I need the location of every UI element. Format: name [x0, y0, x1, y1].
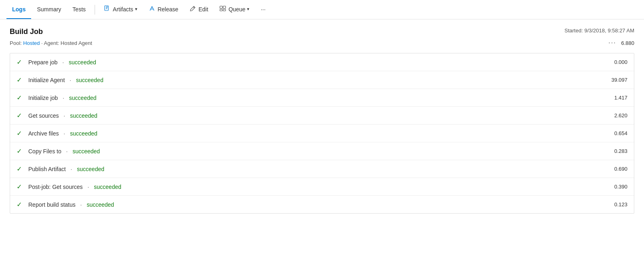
- artifacts-chevron-icon: ▾: [135, 6, 137, 12]
- job-duration: 0.000: [603, 59, 627, 65]
- separator: ·: [68, 77, 73, 83]
- svg-rect-3: [106, 8, 107, 9]
- table-row[interactable]: ✓ Archive files · succeeded 0.654: [10, 125, 634, 142]
- job-name: Prepare job · succeeded: [28, 59, 603, 66]
- job-status: succeeded: [70, 130, 97, 137]
- table-row[interactable]: ✓ Initialize Agent · succeeded 39.097: [10, 71, 634, 89]
- started-info: Started: 9/3/2018, 9:58:27 AM: [564, 28, 634, 34]
- queue-chevron-icon: ▾: [247, 6, 249, 12]
- table-row[interactable]: ✓ Publish Artifact · succeeded 0.690: [10, 160, 634, 178]
- separator: ·: [69, 166, 74, 172]
- table-row[interactable]: ✓ Prepare job · succeeded 0.000: [10, 53, 634, 71]
- total-time: 6.880: [621, 40, 634, 46]
- job-duration: 2.620: [603, 112, 627, 119]
- job-duration: 0.123: [603, 201, 627, 208]
- job-name: Post-job: Get sources · succeeded: [28, 184, 603, 190]
- tab-summary-label: Summary: [37, 6, 61, 13]
- job-status: succeeded: [69, 95, 97, 101]
- jobs-table: ✓ Prepare job · succeeded 0.000 ✓ Initia…: [10, 53, 634, 214]
- svg-rect-6: [220, 9, 222, 11]
- job-duration: 0.390: [603, 184, 627, 190]
- pool-info: Pool: Hosted · Agent: Hosted Agent: [10, 40, 92, 46]
- job-name: Report build status · succeeded: [28, 201, 603, 208]
- separator: ·: [61, 95, 66, 101]
- svg-rect-2: [106, 8, 108, 8]
- nav-edit[interactable]: Edit: [184, 0, 214, 19]
- separator: ·: [61, 59, 65, 66]
- nav-more[interactable]: ···: [255, 0, 271, 19]
- success-icon: ✓: [17, 129, 22, 137]
- header-row: Build Job Started: 9/3/2018, 9:58:27 AM: [10, 28, 634, 36]
- separator: ·: [62, 112, 67, 119]
- success-icon: ✓: [17, 201, 22, 208]
- job-name: Get sources · succeeded: [28, 112, 603, 119]
- build-job-title: Build Job: [10, 28, 43, 36]
- success-icon: ✓: [17, 165, 22, 173]
- job-status: succeeded: [72, 148, 100, 155]
- edit-label: Edit: [198, 6, 208, 13]
- pool-row: Pool: Hosted · Agent: Hosted Agent ··· 6…: [10, 39, 634, 47]
- job-name: Initialize Agent · succeeded: [28, 77, 603, 83]
- artifacts-icon: [104, 5, 110, 13]
- job-name: Initialize job · succeeded: [28, 95, 603, 101]
- svg-rect-5: [223, 6, 226, 8]
- job-status: succeeded: [94, 184, 121, 190]
- tab-summary[interactable]: Summary: [31, 0, 67, 19]
- pool-more-menu[interactable]: ···: [608, 39, 616, 47]
- job-duration: 0.283: [603, 148, 627, 154]
- tab-logs-label: Logs: [12, 6, 25, 13]
- tab-tests[interactable]: Tests: [67, 0, 91, 19]
- job-status: succeeded: [77, 166, 104, 172]
- success-icon: ✓: [17, 147, 22, 155]
- success-icon: ✓: [17, 112, 22, 119]
- top-nav: Logs Summary Tests Artifacts ▾ Release: [0, 0, 644, 19]
- table-row[interactable]: ✓ Copy Files to · succeeded 0.283: [10, 142, 634, 160]
- separator: ·: [65, 148, 70, 155]
- job-status: succeeded: [87, 201, 114, 208]
- queue-icon: [220, 5, 226, 13]
- table-row[interactable]: ✓ Initialize job · succeeded 1.417: [10, 89, 634, 107]
- nav-artifacts[interactable]: Artifacts ▾: [98, 0, 143, 19]
- svg-rect-0: [105, 6, 108, 11]
- job-status: succeeded: [69, 59, 96, 66]
- svg-rect-7: [223, 9, 226, 11]
- artifacts-label: Artifacts: [113, 6, 133, 13]
- queue-label: Queue: [228, 6, 245, 13]
- success-icon: ✓: [17, 58, 22, 66]
- separator: ·: [62, 130, 67, 137]
- job-status: succeeded: [76, 77, 103, 83]
- more-icon: ···: [261, 6, 266, 13]
- table-row[interactable]: ✓ Post-job: Get sources · succeeded 0.39…: [10, 178, 634, 196]
- pool-link[interactable]: Hosted: [23, 40, 40, 46]
- separator: ·: [86, 184, 91, 190]
- release-icon: [149, 5, 155, 13]
- tab-logs[interactable]: Logs: [6, 0, 31, 19]
- separator: ·: [79, 201, 84, 208]
- tab-tests-label: Tests: [72, 6, 86, 13]
- job-name: Archive files · succeeded: [28, 130, 603, 137]
- main-content: Build Job Started: 9/3/2018, 9:58:27 AM …: [0, 19, 644, 222]
- table-row[interactable]: ✓ Report build status · succeeded 0.123: [10, 196, 634, 213]
- svg-rect-1: [106, 6, 108, 7]
- nav-queue[interactable]: Queue ▾: [214, 0, 255, 19]
- success-icon: ✓: [17, 76, 22, 84]
- job-duration: 39.097: [603, 77, 627, 83]
- success-icon: ✓: [17, 183, 22, 191]
- table-row[interactable]: ✓ Get sources · succeeded 2.620: [10, 107, 634, 125]
- job-name: Copy Files to · succeeded: [28, 148, 603, 155]
- nav-divider: [95, 5, 95, 15]
- job-name: Publish Artifact · succeeded: [28, 166, 603, 172]
- pool-label: Pool:: [10, 40, 22, 46]
- job-status: succeeded: [70, 112, 97, 119]
- job-duration: 0.690: [603, 166, 627, 172]
- job-duration: 1.417: [603, 95, 627, 101]
- nav-release[interactable]: Release: [143, 0, 184, 19]
- release-label: Release: [158, 6, 178, 13]
- job-duration: 0.654: [603, 130, 627, 136]
- success-icon: ✓: [17, 94, 22, 102]
- agent-label: · Agent: Hosted Agent: [41, 40, 92, 46]
- edit-icon: [190, 5, 196, 13]
- svg-rect-4: [220, 6, 222, 8]
- pool-row-right: ··· 6.880: [608, 39, 634, 47]
